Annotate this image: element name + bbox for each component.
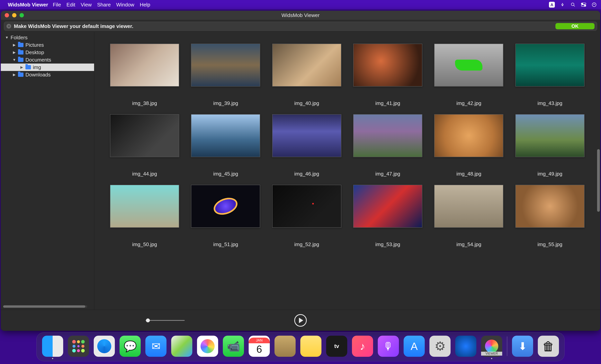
thumbnail-item[interactable]: img_47.jpg (349, 114, 426, 177)
thumbnail-item[interactable]: img_42.jpg (430, 44, 507, 106)
window-minimize-button[interactable] (12, 13, 16, 17)
dock-messages-icon[interactable]: 💬 (120, 336, 141, 357)
dock-launchpad-icon[interactable] (68, 336, 89, 357)
dock-appstore-icon[interactable]: A (404, 336, 425, 357)
chevron-right-icon: ▶ (12, 50, 16, 55)
sidebar-item-pictures[interactable]: ▶ Pictures (1, 41, 94, 49)
sidebar-item-documents[interactable]: ▼ Documents (1, 56, 94, 64)
thumbnail-filename: img_55.jpg (537, 241, 562, 247)
thumbnail-item[interactable]: img_46.jpg (268, 114, 345, 177)
thumbnail-item[interactable]: img_49.jpg (511, 114, 589, 177)
dock-settings-icon[interactable] (430, 336, 451, 357)
dock: 💬 ✉ 📹 JAN 6 tv ♪ 🎙 A ⬇ (36, 332, 565, 361)
thumbnail-item[interactable]: img_38.jpg (106, 44, 183, 106)
dock-finder-icon[interactable] (42, 336, 63, 357)
window-close-button[interactable] (5, 13, 9, 17)
thumbnail-item[interactable]: img_45.jpg (187, 114, 264, 177)
app-name[interactable]: WidsMob Viewer (8, 2, 48, 8)
sidebar-horizontal-scrollbar[interactable] (3, 305, 87, 308)
thumbnail-item[interactable]: img_54.jpg (430, 185, 507, 247)
thumbnail-size-slider[interactable] (146, 320, 185, 321)
dock-contacts-icon[interactable] (274, 336, 296, 357)
thumbnail-item[interactable]: img_39.jpg (187, 44, 264, 106)
menu-help[interactable]: Help (140, 2, 150, 8)
sidebar: ▼ Folders ▶ Pictures ▶ Desktop ▼ Documen… (1, 32, 94, 310)
folder-icon (18, 43, 23, 47)
dock-photos-icon[interactable] (197, 336, 218, 357)
dock-facetime-icon[interactable]: 📹 (223, 336, 244, 357)
chevron-right-icon: ▶ (12, 72, 16, 77)
folder-icon (18, 50, 23, 55)
thumbnail-grid-pane: img_38.jpg img_39.jpg img_40.jpg img_41.… (94, 32, 600, 310)
sidebar-root-folders[interactable]: ▼ Folders (1, 34, 94, 41)
dock-music-icon[interactable]: ♪ (352, 336, 373, 357)
thumbnail-filename: img_46.jpg (294, 171, 319, 177)
svg-point-6 (592, 3, 596, 7)
svg-point-4 (582, 3, 583, 4)
dock-safari-icon[interactable] (94, 336, 115, 357)
menu-view[interactable]: View (81, 2, 92, 8)
thumbnail-item[interactable]: img_40.jpg (268, 44, 345, 106)
banner-close-icon[interactable]: ✕ (6, 24, 11, 29)
thumbnail-item[interactable]: img_43.jpg (511, 44, 589, 106)
svg-point-5 (584, 5, 586, 6)
chevron-down-icon: ▼ (12, 58, 16, 62)
dock-mail-icon[interactable]: ✉ (145, 336, 167, 357)
menu-file[interactable]: File (53, 2, 61, 8)
thumbnail-image (434, 114, 503, 157)
thumbnail-filename: img_39.jpg (213, 100, 238, 106)
thumbnail-filename: img_44.jpg (132, 171, 157, 177)
app-window: WidsMob Viewer ✕ Make WidsMob Viewer you… (1, 11, 600, 331)
sidebar-item-desktop[interactable]: ▶ Desktop (1, 49, 94, 56)
spotlight-icon[interactable] (570, 2, 576, 8)
dock-maps-icon[interactable] (171, 336, 192, 357)
thumbnail-image (353, 185, 422, 228)
menu-share[interactable]: Share (97, 2, 111, 8)
dock-downloads-icon[interactable]: ⬇ (512, 336, 533, 357)
menu-window[interactable]: Window (116, 2, 134, 8)
thumbnail-grid: img_38.jpg img_39.jpg img_40.jpg img_41.… (94, 32, 600, 255)
sidebar-item-downloads[interactable]: ▶ Downloads (1, 71, 94, 79)
thumbnail-item[interactable]: img_41.jpg (349, 44, 426, 106)
thumbnail-item[interactable]: img_44.jpg (106, 114, 183, 177)
window-zoom-button[interactable] (20, 13, 24, 17)
thumbnail-item[interactable]: img_53.jpg (349, 185, 426, 247)
dock-podcasts-icon[interactable]: 🎙 (378, 336, 399, 357)
thumbnail-image (515, 185, 585, 228)
thumbnail-item[interactable]: img_51.jpg (187, 185, 264, 247)
thumbnail-image (515, 44, 585, 87)
thumbnail-item[interactable]: img_55.jpg (511, 185, 589, 247)
sidebar-item-label: Documents (25, 57, 51, 63)
content-vertical-scrollbar[interactable] (597, 32, 600, 310)
dock-notes-icon[interactable] (300, 336, 321, 357)
calendar-month-label: JAN (249, 338, 270, 343)
airdrop-icon[interactable] (560, 2, 565, 8)
menu-edit[interactable]: Edit (67, 2, 75, 8)
thumbnail-filename: img_47.jpg (375, 171, 400, 177)
slideshow-play-button[interactable] (294, 314, 307, 327)
sidebar-item-img[interactable]: ▶ img (1, 64, 94, 71)
dock-tv-icon[interactable]: tv (326, 336, 347, 357)
dock-widsmob-viewer-icon[interactable] (481, 336, 502, 357)
sidebar-item-label: Pictures (25, 42, 44, 48)
dock-trash-icon[interactable] (538, 336, 559, 357)
input-method-icon[interactable]: A (549, 2, 555, 8)
svg-point-0 (562, 5, 563, 6)
thumbnail-image (434, 44, 503, 87)
dock-preview-icon[interactable] (455, 336, 476, 357)
thumbnail-image (272, 44, 341, 87)
thumbnail-item[interactable]: img_48.jpg (430, 114, 507, 177)
thumbnail-filename: img_38.jpg (132, 100, 157, 106)
folder-icon (18, 58, 23, 62)
siri-icon[interactable] (591, 2, 597, 8)
thumbnail-item[interactable]: img_50.jpg (106, 185, 183, 247)
dock-calendar-icon[interactable]: JAN 6 (249, 336, 270, 357)
banner-ok-button[interactable]: OK (555, 23, 595, 29)
thumbnail-filename: img_50.jpg (132, 241, 157, 247)
thumbnail-item[interactable]: img_52.jpg (268, 185, 345, 247)
control-center-icon[interactable] (581, 2, 587, 8)
bottom-toolbar (1, 310, 600, 331)
thumbnail-filename: img_54.jpg (456, 241, 481, 247)
sidebar-item-label: Desktop (25, 49, 44, 56)
banner-message: Make WidsMob Viewer your default image v… (14, 23, 133, 29)
